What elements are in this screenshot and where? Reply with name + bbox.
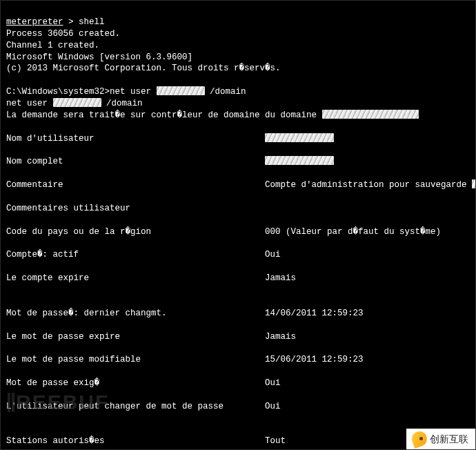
account-expires-value: Jamais — [265, 273, 470, 284]
redacted-username-value — [265, 133, 334, 142]
redacted-username-1 — [157, 86, 205, 95]
workstations-label: Stations autoris�es — [6, 436, 265, 447]
comment-value: Compte d'administration pour sauvegarde — [265, 180, 472, 190]
prompt-arrow: > — [63, 17, 79, 27]
pwd-userchange-label: L'utilisateur peut changer de mot de pas… — [6, 401, 265, 413]
cmd-netuser-prefix: net user — [110, 87, 157, 97]
cmd-netuser-suffix: /domain — [205, 87, 246, 97]
brand-badge[interactable]: 创新互联 — [406, 429, 475, 449]
pwd-expires-value: Jamais — [265, 331, 470, 343]
meterpreter-prompt[interactable]: meterpreter — [6, 17, 63, 27]
pwd-required-label: Mot de passe exig� — [6, 378, 265, 389]
copyright-line: (c) 2013 Microsoft Corporation. Tous dro… — [6, 63, 281, 73]
redacted-domain — [322, 110, 419, 119]
channel-created-line: Channel 1 created. — [6, 41, 99, 50]
pwd-changeable-label: Le mot de passe modifiable — [6, 354, 265, 366]
windows-version-line: Microsoft Windows [version 6.3.9600] — [6, 52, 192, 62]
pwd-lastset-value: 14/06/2011 12:59:23 — [265, 308, 470, 320]
brand-icon — [412, 431, 427, 447]
redacted-fullname-value — [265, 156, 334, 165]
echo-netuser-prefix: net user — [6, 99, 53, 108]
fullname-label: Nom complet — [6, 156, 265, 168]
comment-label: Commentaire — [6, 179, 265, 191]
pwd-lastset-label: Mot de passe�: dernier changmt. — [6, 308, 265, 320]
terminal-output: meterpreter > shell Process 36056 create… — [1, 1, 475, 450]
process-created-line: Process 36056 created. — [6, 29, 120, 39]
account-expires-label: Le compte expire — [6, 273, 265, 284]
usercomment-label: Commentaires utilisateur — [6, 203, 265, 215]
pwd-required-value: Oui — [265, 378, 470, 389]
countrycode-label: Code du pays ou de la r�gion — [6, 226, 265, 238]
countrycode-value: 000 (Valeur par d�faut du syst�me) — [265, 226, 470, 238]
username-label: Nom d'utilisateur — [6, 133, 265, 145]
pwd-userchange-value: Oui — [265, 401, 470, 413]
account-active-label: Compte�: actif — [6, 249, 265, 261]
pwd-changeable-value: 15/06/2011 12:59:23 — [265, 354, 470, 366]
cmd-prompt[interactable]: C:\Windows\system32> — [6, 87, 110, 97]
shell-command: shell — [79, 17, 105, 27]
account-active-value: Oui — [265, 249, 470, 261]
pwd-expires-label: Le mot de passe expire — [6, 331, 265, 343]
brand-text: 创新互联 — [430, 433, 468, 446]
redacted-username-2 — [53, 98, 101, 107]
forwarded-to-dc-prefix: La demande sera trait�e sur contr�leur d… — [6, 110, 322, 120]
echo-netuser-suffix: /domain — [101, 99, 143, 108]
redacted-comment-tail — [472, 179, 476, 188]
